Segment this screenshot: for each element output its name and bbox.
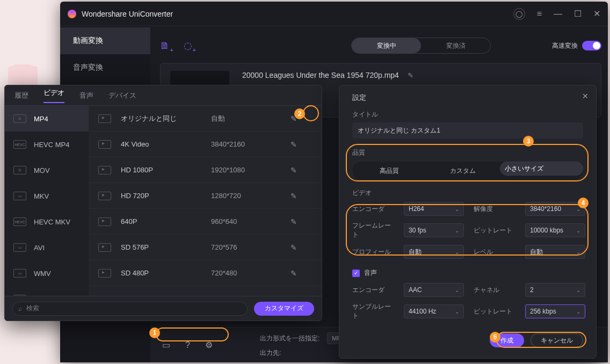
fps-select[interactable]: 30 fps⌄ — [404, 223, 464, 237]
search-placeholder: 検索 — [26, 304, 39, 313]
tab-device[interactable]: デバイス — [108, 91, 136, 100]
preset-row[interactable]: HD 1080P1920*1080✎ — [89, 157, 322, 183]
encoder-label: エンコーダ — [352, 205, 394, 214]
format-mkv[interactable]: ▭MKV — [5, 183, 89, 209]
seg-done[interactable]: 変換済 — [421, 38, 490, 53]
preset-row[interactable]: HD 720P1280*720✎ — [89, 183, 322, 209]
fast-convert-label: 高速変換 — [552, 41, 578, 50]
add-url-button[interactable]: ◌+ — [184, 40, 192, 52]
format-list: ⊙MP4 HEVCHEVC MP4 ⊙MOV ▭MKV HEVCHEVC MKV… — [5, 106, 89, 296]
add-file-button[interactable]: 🗎+ — [160, 40, 170, 52]
fast-convert-toggle[interactable] — [582, 41, 601, 50]
settings-panel: 設定 ✕ タイトル 品質 高品質 カスタム 小さいサイズ ビデオ エンコーダ H… — [339, 85, 597, 359]
status-segmented: 変換中 変換済 — [351, 38, 491, 54]
preset-row[interactable]: SD 576P720*576✎ — [89, 235, 322, 260]
audio-bitrate-select[interactable]: 256 kbps⌄ — [525, 304, 585, 318]
preset-row[interactable]: オリジナルと同じ自動✎ — [89, 106, 322, 132]
titlebar: Wondershare UniConverter ◯ ≡ — ☐ ✕ — [60, 2, 608, 26]
level-label: レベル — [474, 247, 515, 257]
level-select[interactable]: 自動⌄ — [525, 245, 585, 259]
rename-icon[interactable]: ✎ — [408, 71, 413, 79]
tab-audio[interactable]: 音声 — [79, 91, 93, 100]
nav-audio-convert[interactable]: 音声変換 — [60, 54, 150, 81]
format-tabs: 履歴 ビデオ 音声 デバイス — [5, 85, 322, 106]
toolbar: 🗎+ ◌+ 変換中 変換済 高速変換 — [160, 33, 601, 59]
resolution-label: 解像度 — [474, 205, 515, 214]
format-mov[interactable]: ⊙MOV — [5, 157, 89, 183]
help-book-icon[interactable]: ▭ — [162, 340, 170, 350]
seg-in-progress[interactable]: 変換中 — [352, 38, 421, 53]
dest-label: 出力先: — [260, 348, 281, 358]
quality-label: 品質 — [352, 148, 583, 157]
format-search[interactable]: ⌕ 検索 — [12, 302, 248, 316]
format-mp4[interactable]: ⊙MP4 — [5, 106, 89, 132]
samplerate-label: サンプルレート — [352, 302, 394, 321]
encoder-select[interactable]: H264⌄ — [404, 202, 464, 216]
samplerate-select[interactable]: 44100 Hz⌄ — [404, 304, 464, 318]
title-input[interactable] — [352, 122, 583, 139]
menu-icon[interactable]: ≡ — [537, 9, 542, 19]
tab-video[interactable]: ビデオ — [43, 88, 64, 103]
maximize-button[interactable]: ☐ — [574, 9, 582, 19]
create-button[interactable]: 作成 — [490, 333, 524, 347]
quality-high[interactable]: 高品質 — [352, 162, 426, 180]
audio-encoder-label: エンコーダ — [352, 286, 394, 295]
channel-select[interactable]: 2⌄ — [525, 283, 585, 297]
format-panel: 履歴 ビデオ 音声 デバイス ⊙MP4 HEVCHEVC MP4 ⊙MOV ▭M… — [4, 85, 322, 321]
edit-preset-icon[interactable]: ✎ — [291, 217, 297, 226]
audio-checkbox[interactable]: ✓ — [352, 270, 360, 277]
app-title: Wondershare UniConverter — [82, 10, 513, 18]
audio-encoder-select[interactable]: AAC⌄ — [404, 283, 464, 297]
format-m4v[interactable]: M4VM4V — [5, 286, 89, 296]
video-bitrate-label: ビットレート — [474, 226, 515, 235]
format-hevc-mp4[interactable]: HEVCHEVC MP4 — [5, 132, 89, 157]
edit-preset-icon[interactable]: ✎ — [291, 243, 297, 252]
format-hevc-mkv[interactable]: HEVCHEVC MKV — [5, 209, 89, 235]
close-button[interactable]: ✕ — [593, 9, 600, 19]
user-avatar[interactable]: ◯ — [513, 8, 525, 20]
profile-select[interactable]: 自動⌄ — [404, 245, 464, 259]
settings-icon[interactable]: ⚙ — [205, 340, 213, 350]
edit-preset-icon[interactable]: ✎ — [291, 192, 297, 200]
preset-row[interactable]: SD 480P720*480✎ — [89, 260, 322, 286]
search-icon: ⌕ — [18, 305, 22, 312]
cancel-button[interactable]: キャンセル — [531, 333, 583, 347]
help-icon[interactable]: ? — [185, 340, 190, 350]
channel-label: チャネル — [474, 286, 515, 295]
resolution-select[interactable]: 3840*2160⌄ — [525, 202, 585, 216]
settings-title: 設定 — [352, 93, 583, 103]
settings-close-icon[interactable]: ✕ — [582, 92, 589, 100]
profile-label: プロフィール — [352, 247, 394, 257]
preset-row[interactable]: 640P960*640✎ — [89, 209, 322, 235]
quality-custom[interactable]: カスタム — [426, 162, 499, 180]
quality-small[interactable]: 小さいサイズ — [500, 162, 583, 176]
edit-preset-icon[interactable]: ✎ — [291, 166, 297, 174]
app-logo — [68, 10, 76, 18]
format-avi[interactable]: ▭AVI — [5, 235, 89, 260]
customize-button[interactable]: カスタマイズ — [254, 302, 314, 316]
batch-format-label: 出力形式を一括指定: — [260, 334, 319, 343]
preset-row[interactable]: 4K Video3840*2160✎ — [89, 132, 322, 157]
minimize-button[interactable]: — — [554, 9, 562, 19]
video-bitrate-select[interactable]: 10000 kbps⌄ — [525, 223, 585, 237]
fps-label: フレームレート — [352, 221, 394, 239]
audio-section-label: 音声 — [364, 268, 377, 278]
nav-video-convert[interactable]: 動画変換 — [60, 27, 150, 54]
file-name: 20000 Leagues Under the Sea 1954 720p.mp… — [242, 71, 399, 79]
title-label: タイトル — [352, 110, 583, 119]
edit-preset-icon[interactable]: ✎ — [291, 140, 297, 149]
edit-preset-icon[interactable]: ✎ — [291, 114, 297, 123]
edit-preset-icon[interactable]: ✎ — [291, 269, 297, 278]
audio-bitrate-label: ビットレート — [474, 307, 515, 316]
video-section-label: ビデオ — [352, 188, 583, 198]
format-wmv[interactable]: ▭WMV — [5, 260, 89, 286]
quality-segmented: 高品質 カスタム 小さいサイズ — [352, 162, 583, 180]
tab-history[interactable]: 履歴 — [14, 91, 28, 100]
preset-list: オリジナルと同じ自動✎ 4K Video3840*2160✎ HD 1080P1… — [89, 106, 322, 296]
